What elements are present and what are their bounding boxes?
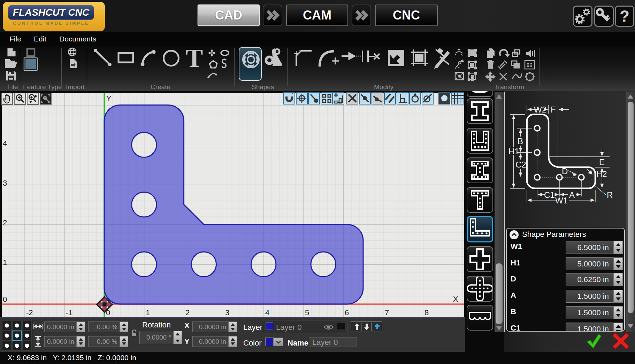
svg-text:3: 3 bbox=[3, 179, 7, 187]
svg-text:7: 7 bbox=[385, 308, 389, 317]
svg-text:H2: H2 bbox=[596, 169, 607, 179]
svg-text:X: X bbox=[453, 295, 458, 303]
svg-text:F: F bbox=[551, 105, 556, 114]
svg-text:E: E bbox=[599, 157, 605, 167]
svg-text:C1: C1 bbox=[544, 190, 555, 200]
svg-text:1: 1 bbox=[146, 308, 150, 317]
svg-text:A: A bbox=[569, 190, 575, 200]
svg-text:4: 4 bbox=[3, 139, 7, 148]
svg-text:D: D bbox=[562, 166, 568, 176]
svg-text:4: 4 bbox=[265, 308, 269, 317]
svg-text:5: 5 bbox=[305, 308, 309, 317]
svg-text:C2: C2 bbox=[515, 160, 526, 169]
svg-text:W2: W2 bbox=[534, 105, 546, 114]
svg-text:T: T bbox=[186, 46, 203, 72]
svg-text:8: 8 bbox=[424, 308, 429, 317]
svg-text:-1: -1 bbox=[66, 308, 73, 317]
svg-text:0: 0 bbox=[3, 295, 7, 304]
svg-text:W1: W1 bbox=[555, 196, 568, 205]
svg-text:R: R bbox=[607, 190, 613, 200]
svg-text:B: B bbox=[518, 137, 523, 146]
svg-text:Y: Y bbox=[106, 94, 112, 103]
svg-text:H1: H1 bbox=[508, 147, 519, 156]
svg-text:3: 3 bbox=[225, 308, 229, 317]
svg-text:1: 1 bbox=[3, 258, 7, 267]
svg-text:6: 6 bbox=[345, 308, 349, 317]
svg-text:2: 2 bbox=[3, 218, 7, 227]
svg-text:-2: -2 bbox=[26, 308, 33, 317]
svg-text:2: 2 bbox=[185, 308, 190, 317]
